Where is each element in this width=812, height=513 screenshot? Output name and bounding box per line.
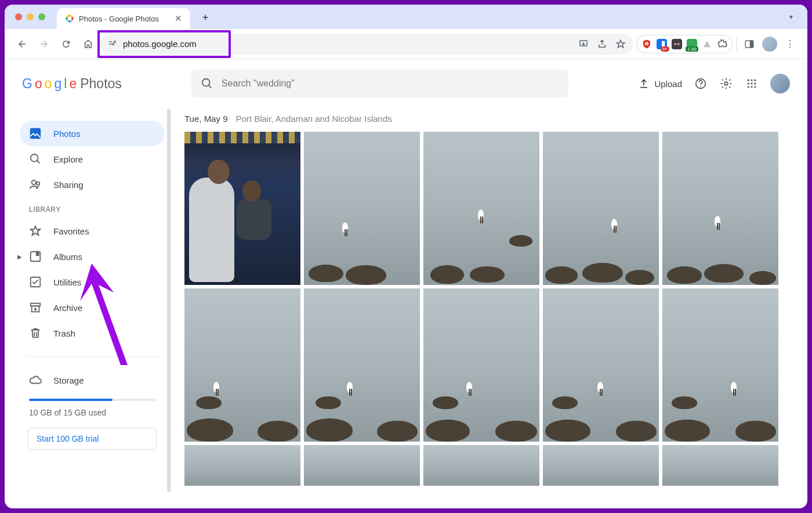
photo-thumbnail[interactable] <box>543 288 659 442</box>
svg-point-29 <box>31 154 38 162</box>
tabs-dropdown-icon[interactable]: ▾ <box>784 10 798 24</box>
svg-point-17 <box>724 82 728 85</box>
home-button[interactable] <box>79 35 97 53</box>
sidebar-item-storage[interactable]: Storage <box>20 367 165 393</box>
sidebar-item-label: Storage <box>53 375 84 385</box>
extension-glasses-icon[interactable] <box>672 39 682 49</box>
close-window-button[interactable] <box>15 13 22 20</box>
install-app-icon[interactable] <box>578 39 589 49</box>
upload-button[interactable]: Upload <box>638 78 682 89</box>
browser-tab-strip: Photos - Google Photos ✕ ＋ ▾ <box>5 5 807 29</box>
photo-thumbnail[interactable] <box>423 288 539 442</box>
sidebar-item-sharing[interactable]: Sharing <box>20 172 165 197</box>
photo-thumbnail[interactable] <box>662 445 778 486</box>
apps-grid-icon[interactable] <box>745 77 759 91</box>
photo-thumbnail[interactable] <box>184 288 300 442</box>
svg-rect-0 <box>109 41 112 42</box>
search-bar[interactable] <box>191 70 568 97</box>
photo-thumbnail[interactable] <box>184 445 300 486</box>
svg-point-24 <box>748 86 749 88</box>
sidebar-item-label: Utilities <box>53 277 81 287</box>
svg-point-28 <box>32 131 34 132</box>
chevron-right-icon[interactable]: ▶ <box>17 254 22 260</box>
svg-point-32 <box>37 182 40 185</box>
minimize-window-button[interactable] <box>27 13 34 20</box>
browser-toolbar: photos.google.com 9+ 1.00 ⋮ <box>5 29 807 59</box>
sidebar-item-utilities[interactable]: Utilities <box>20 269 165 295</box>
help-icon[interactable] <box>694 77 708 91</box>
settings-gear-icon[interactable] <box>719 77 733 91</box>
browser-profile-avatar[interactable] <box>762 37 777 52</box>
album-icon <box>29 250 42 263</box>
app-header: Google Photos Upload <box>9 64 803 103</box>
extension-badge-icon[interactable]: 9+ <box>657 39 667 49</box>
side-panel-icon[interactable] <box>740 35 759 53</box>
sidebar-item-trash[interactable]: Trash <box>20 320 165 346</box>
reload-button[interactable] <box>57 35 75 53</box>
account-avatar[interactable] <box>770 74 790 93</box>
sidebar-item-archive[interactable]: Archive <box>20 295 165 320</box>
svg-point-18 <box>748 80 749 81</box>
google-photos-logo[interactable]: Google Photos <box>22 76 122 92</box>
browser-menu-icon[interactable]: ⋮ <box>781 35 799 53</box>
address-bar[interactable]: photos.google.com <box>101 34 633 55</box>
svg-point-26 <box>754 86 756 88</box>
new-tab-button[interactable]: ＋ <box>197 9 213 25</box>
people-icon <box>29 178 42 191</box>
photo-thumbnail[interactable] <box>662 288 778 442</box>
sidebar-item-explore[interactable]: Explore <box>20 146 165 172</box>
sidebar-item-albums[interactable]: ▶ Albums <box>20 244 165 269</box>
photo-thumbnail[interactable] <box>423 132 539 285</box>
photo-thumbnail[interactable] <box>662 132 778 285</box>
cloud-icon <box>29 374 42 386</box>
site-settings-icon[interactable] <box>108 39 117 49</box>
search-input[interactable] <box>222 78 559 89</box>
library-section-label: LIBRARY <box>29 205 165 214</box>
extensions-pill[interactable]: 9+ 1.00 <box>636 35 733 53</box>
photo-thumbnail[interactable] <box>304 445 420 486</box>
close-tab-icon[interactable]: ✕ <box>175 13 182 24</box>
svg-point-10 <box>677 43 680 45</box>
start-trial-button[interactable]: Start 100 GB trial <box>28 428 157 450</box>
photo-thumbnail[interactable] <box>423 445 539 486</box>
photo-thumbnail[interactable] <box>543 445 659 486</box>
svg-point-9 <box>674 43 676 45</box>
bookmark-star-icon[interactable] <box>615 39 626 49</box>
ublock-icon[interactable] <box>641 39 652 49</box>
sidebar-item-label: Trash <box>53 328 75 338</box>
svg-rect-12 <box>750 41 753 48</box>
svg-rect-6 <box>646 42 647 44</box>
sidebar-item-favorites[interactable]: Favorites <box>20 218 165 244</box>
share-icon[interactable] <box>597 39 607 49</box>
location-text: Port Blair, Andaman and Nicobar Islands <box>235 114 392 124</box>
svg-rect-34 <box>37 252 39 255</box>
svg-point-23 <box>754 82 756 84</box>
browser-tab[interactable]: Photos - Google Photos ✕ <box>57 8 190 29</box>
date-text: Tue, May 9 <box>184 114 227 124</box>
svg-point-31 <box>32 180 36 185</box>
forward-button[interactable] <box>35 35 53 53</box>
sidebar-item-label: Favorites <box>53 226 89 236</box>
window-controls <box>15 13 45 20</box>
photo-thumbnail[interactable] <box>543 132 659 285</box>
google-photos-favicon-icon <box>65 14 74 23</box>
photo-thumbnail[interactable] <box>304 132 420 285</box>
extension-grey-icon[interactable] <box>702 39 712 49</box>
svg-rect-1 <box>109 44 112 44</box>
sidebar-item-label: Sharing <box>53 180 84 190</box>
checkbox-icon <box>29 276 42 288</box>
sidebar-item-label: Archive <box>53 303 82 313</box>
photo-thumbnail[interactable] <box>304 288 420 442</box>
maximize-window-button[interactable] <box>38 13 45 20</box>
extensions-puzzle-icon[interactable] <box>717 39 727 49</box>
sidebar-item-photos[interactable]: Photos <box>20 121 165 146</box>
extension-green-icon[interactable]: 1.00 <box>687 39 697 49</box>
photo-thumbnail[interactable] <box>184 132 300 285</box>
search-icon <box>201 77 213 90</box>
archive-icon <box>29 301 42 314</box>
svg-point-22 <box>751 82 752 84</box>
svg-point-13 <box>202 79 210 86</box>
back-button[interactable] <box>13 35 31 53</box>
sidebar-item-label: Photos <box>53 129 81 139</box>
sidebar-scrollbar[interactable] <box>167 109 171 492</box>
